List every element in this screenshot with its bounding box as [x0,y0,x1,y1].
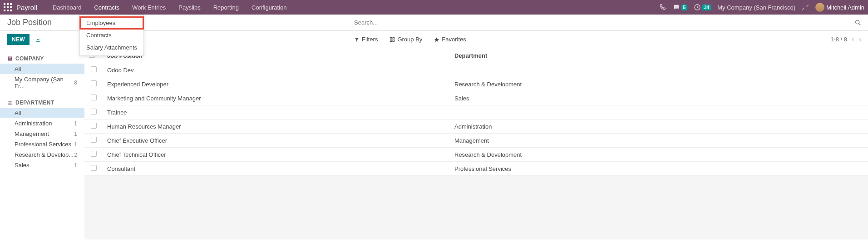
company-selector[interactable]: My Company (San Francisco) [717,4,795,11]
sidebar-item-company[interactable]: My Company (San Fr...8 [0,74,84,91]
sidebar-item-label: Research & Develop... [15,151,74,158]
nav-dashboard[interactable]: Dashboard [46,0,88,15]
nav-reporting[interactable]: Reporting [207,0,245,15]
svg-rect-15 [8,57,12,61]
sidebar-item-company[interactable]: All [0,64,84,74]
sidebar-item-count: 2 [74,152,77,158]
dropdown-employees[interactable]: Employees [80,17,143,29]
toolbar-left: NEW [0,34,354,45]
sidebar-item-label: Management [15,130,49,137]
sidebar-section-department: DEPARTMENT AllAdministration1Management1… [0,98,84,170]
dropdown-contracts[interactable]: Contracts [80,29,143,41]
nav-work-entries[interactable]: Work Entries [126,0,172,15]
row-checkbox[interactable] [91,95,97,100]
sidebar-item-count: 1 [74,162,77,169]
svg-rect-11 [390,37,392,39]
search-input[interactable] [354,17,848,28]
row-checkbox[interactable] [91,165,97,171]
breadcrumb-area: Job Position [0,15,354,30]
svg-rect-8 [10,10,12,11]
sidebar-item-department[interactable]: Professional Services1 [0,139,84,149]
sidebar-item-department[interactable]: All [0,108,84,118]
table-row[interactable]: Experienced DeveloperResearch & Developm… [84,77,868,91]
new-button[interactable]: NEW [7,34,30,45]
table-row[interactable]: Odoo Dev [84,63,868,77]
cell-position: Chief Technical Officer [103,148,450,162]
cell-department [450,63,868,77]
clock-icon[interactable]: 34 [694,4,711,11]
cell-position: Human Resources Manager [103,120,450,134]
svg-rect-17 [10,57,11,58]
sidebar-item-count: 1 [74,131,77,137]
cell-position: Chief Executive Officer [103,134,450,148]
cell-department: Research & Development [450,77,868,91]
sidebar-item-count: 1 [74,120,77,127]
col-header-department[interactable]: Department [450,48,868,63]
svg-rect-16 [9,57,10,58]
app-name[interactable]: Payroll [16,4,37,11]
pager-next[interactable]: › [859,35,862,44]
row-checkbox[interactable] [91,151,97,157]
groupby-button[interactable]: Group By [390,36,422,43]
job-position-table: Job Position Department Odoo DevExperien… [84,48,868,176]
chat-icon[interactable]: 5 [673,4,688,11]
sidebar-item-label: Sales [15,162,30,169]
svg-rect-0 [4,3,5,5]
navbar-right: 5 34 My Company (San Francisco) Mitchell… [659,3,864,12]
avatar-icon [815,3,824,12]
phone-icon[interactable] [659,4,666,11]
row-checkbox[interactable] [91,80,97,86]
company-section-label: COMPANY [15,55,44,62]
table-header-row: Job Position Department [84,48,868,63]
svg-point-20 [9,101,10,103]
search-area [354,15,868,30]
table-row[interactable]: Human Resources ManagerAdministration [84,120,868,134]
table-row[interactable]: Marketing and Community ManagerSales [84,91,868,105]
search-icon[interactable] [848,19,868,26]
svg-rect-7 [7,10,9,11]
user-menu[interactable]: Mitchell Admin [815,3,864,12]
table-row[interactable]: Chief Executive OfficerManagement [84,134,868,148]
cell-department: Sales [450,91,868,105]
user-name: Mitchell Admin [826,4,864,11]
tools-icon[interactable] [802,4,809,11]
download-icon[interactable] [35,36,41,43]
sidebar-item-department[interactable]: Management1 [0,129,84,139]
sidebar-item-department[interactable]: Research & Develop...2 [0,149,84,160]
pager-text: 1-8 / 8 [830,36,847,43]
svg-rect-18 [9,59,10,60]
cell-position: Marketing and Community Manager [103,91,450,105]
sidebar-item-label: All [15,65,21,72]
sidebar: COMPANY AllMy Company (San Fr...8 DEPART… [0,48,84,239]
col-header-position[interactable]: Job Position [103,48,450,63]
building-icon [7,56,13,61]
sidebar-item-department[interactable]: Sales1 [0,160,84,170]
pager-prev[interactable]: ‹ [852,35,854,44]
cell-position: Odoo Dev [103,63,450,77]
table-row[interactable]: Chief Technical OfficerResearch & Develo… [84,148,868,162]
users-icon [7,100,13,105]
sidebar-item-count: 8 [74,80,77,86]
filters-button[interactable]: Filters [354,36,378,43]
row-checkbox[interactable] [91,109,97,115]
nav-contracts[interactable]: Contracts [88,0,126,15]
svg-rect-12 [393,37,395,39]
row-checkbox[interactable] [91,123,97,129]
table-row[interactable]: ConsultantProfessional Services [84,162,868,176]
cell-department: Research & Development [450,148,868,162]
cell-position: Experienced Developer [103,77,450,91]
row-checkbox[interactable] [91,137,97,143]
sidebar-item-department[interactable]: Administration1 [0,118,84,129]
nav-payslips[interactable]: Payslips [172,0,207,15]
svg-point-10 [856,20,859,24]
page-title: Job Position [7,18,52,27]
favorites-button[interactable]: Favorites [434,36,466,43]
row-checkbox[interactable] [91,66,97,72]
apps-icon[interactable] [4,3,12,11]
dropdown-salary-attachments[interactable]: Salary Attachments [80,41,143,54]
nav-configuration[interactable]: Configuration [245,0,293,15]
svg-rect-14 [393,40,395,42]
table-row[interactable]: Trainee [84,105,868,120]
sidebar-item-label: My Company (San Fr... [15,76,74,90]
sidebar-header-company: COMPANY [0,54,84,64]
